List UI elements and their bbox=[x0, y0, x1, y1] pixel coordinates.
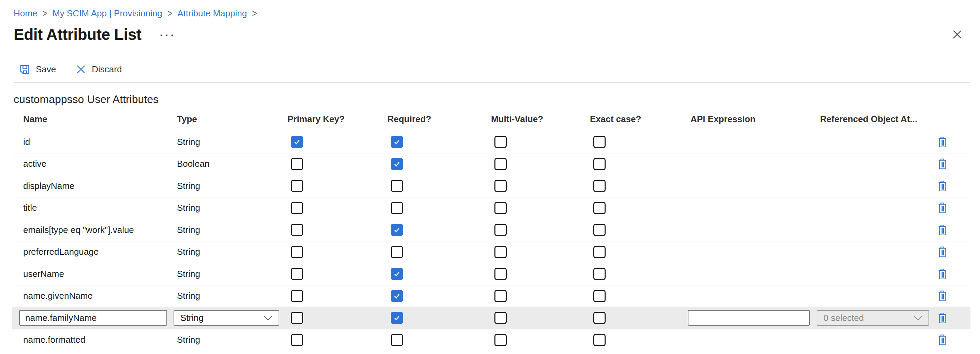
column-header-name: Name bbox=[12, 114, 177, 124]
exact-case-checkbox[interactable] bbox=[593, 312, 606, 324]
check-icon bbox=[393, 160, 401, 168]
delete-row-button[interactable] bbox=[937, 202, 948, 214]
multi-value-checkbox[interactable] bbox=[495, 334, 507, 346]
multi-value-checkbox[interactable] bbox=[495, 158, 507, 170]
required-checkbox[interactable] bbox=[391, 202, 403, 214]
referenced-object-dropdown[interactable]: 0 selected bbox=[817, 310, 929, 326]
trash-icon bbox=[938, 268, 947, 280]
column-header-api-expression: API Expression bbox=[690, 114, 820, 124]
exact-case-checkbox[interactable] bbox=[593, 158, 606, 170]
toolbar-divider bbox=[14, 82, 970, 83]
primary-key-checkbox[interactable] bbox=[291, 136, 303, 148]
primary-key-checkbox[interactable] bbox=[291, 268, 303, 280]
more-options-button[interactable]: ··· bbox=[159, 30, 178, 41]
breadcrumb-separator: > bbox=[252, 8, 257, 19]
column-header-required: Required? bbox=[387, 114, 491, 124]
required-checkbox[interactable] bbox=[391, 180, 403, 192]
multi-value-checkbox[interactable] bbox=[495, 180, 507, 192]
attribute-name: name.formatted bbox=[12, 335, 85, 345]
multi-value-checkbox[interactable] bbox=[495, 312, 507, 324]
primary-key-checkbox[interactable] bbox=[291, 158, 303, 170]
trash-icon bbox=[938, 225, 947, 236]
check-icon bbox=[393, 270, 401, 277]
delete-row-button[interactable] bbox=[937, 333, 948, 346]
multi-value-checkbox[interactable] bbox=[495, 290, 507, 302]
delete-row-button[interactable] bbox=[937, 246, 948, 258]
column-header-primary-key: Primary Key? bbox=[288, 114, 387, 124]
primary-key-checkbox[interactable] bbox=[291, 180, 303, 192]
multi-value-checkbox[interactable] bbox=[495, 246, 507, 258]
delete-row-button[interactable] bbox=[937, 290, 948, 302]
save-label: Save bbox=[36, 64, 56, 75]
primary-key-checkbox[interactable] bbox=[291, 246, 303, 258]
discard-x-icon bbox=[76, 64, 86, 75]
primary-key-checkbox[interactable] bbox=[291, 202, 303, 214]
exact-case-checkbox[interactable] bbox=[593, 224, 606, 236]
discard-button[interactable]: Discard bbox=[76, 64, 122, 75]
breadcrumb-attribute-mapping[interactable]: Attribute Mapping bbox=[177, 8, 247, 19]
trash-icon bbox=[938, 202, 947, 214]
close-button[interactable] bbox=[951, 28, 964, 41]
required-checkbox[interactable] bbox=[391, 268, 403, 280]
attribute-type: String bbox=[177, 225, 200, 235]
exact-case-checkbox[interactable] bbox=[593, 334, 606, 346]
primary-key-checkbox[interactable] bbox=[291, 224, 303, 236]
attribute-name: displayName bbox=[12, 181, 74, 191]
trash-icon bbox=[938, 180, 947, 192]
multi-value-checkbox[interactable] bbox=[495, 202, 507, 214]
delete-row-button[interactable] bbox=[937, 224, 948, 236]
delete-row-button[interactable] bbox=[937, 268, 948, 280]
required-checkbox[interactable] bbox=[391, 224, 403, 236]
column-header-exact-case: Exact case? bbox=[590, 114, 690, 124]
discard-label: Discard bbox=[92, 64, 122, 75]
primary-key-checkbox[interactable] bbox=[291, 290, 303, 302]
api-expression-input[interactable] bbox=[688, 310, 810, 326]
attribute-name-input[interactable] bbox=[19, 310, 167, 326]
attribute-name: preferredLanguage bbox=[12, 247, 99, 257]
chevron-down-icon bbox=[913, 316, 923, 321]
check-icon bbox=[393, 226, 401, 234]
multi-value-checkbox[interactable] bbox=[495, 268, 507, 280]
check-icon bbox=[293, 138, 301, 146]
page-title: Edit Attribute List bbox=[14, 25, 142, 44]
column-header-referenced-object: Referenced Object At... bbox=[820, 114, 931, 124]
table-header-row: Name Type Primary Key? Required? Multi-V… bbox=[12, 106, 970, 131]
check-icon bbox=[393, 138, 401, 146]
save-button[interactable]: Save bbox=[19, 64, 56, 75]
section-title: customappsso User Attributes bbox=[14, 93, 966, 106]
close-icon bbox=[952, 29, 962, 40]
required-checkbox[interactable] bbox=[391, 158, 403, 170]
multi-value-checkbox[interactable] bbox=[495, 136, 507, 148]
type-dropdown[interactable]: String bbox=[173, 310, 279, 326]
exact-case-checkbox[interactable] bbox=[593, 246, 606, 258]
save-icon bbox=[19, 64, 30, 75]
trash-icon bbox=[938, 313, 947, 324]
breadcrumb-home[interactable]: Home bbox=[14, 8, 37, 19]
breadcrumb-scim-app-provisioning[interactable]: My SCIM App | Provisioning bbox=[52, 8, 162, 19]
primary-key-checkbox[interactable] bbox=[291, 334, 303, 346]
table-row: name.formatted String String bbox=[12, 329, 970, 352]
multi-value-checkbox[interactable] bbox=[495, 224, 507, 236]
exact-case-checkbox[interactable] bbox=[593, 202, 606, 214]
exact-case-checkbox[interactable] bbox=[593, 290, 606, 302]
referenced-object-value: 0 selected bbox=[824, 313, 864, 323]
type-dropdown-value: String bbox=[180, 313, 204, 323]
primary-key-checkbox[interactable] bbox=[291, 312, 303, 324]
delete-row-button[interactable] bbox=[937, 180, 948, 192]
exact-case-checkbox[interactable] bbox=[593, 136, 606, 148]
delete-row-button[interactable] bbox=[937, 158, 948, 170]
chevron-down-icon bbox=[264, 316, 272, 321]
exact-case-checkbox[interactable] bbox=[593, 180, 606, 192]
required-checkbox[interactable] bbox=[391, 312, 403, 324]
table-row: active Boolean Boolean bbox=[12, 153, 970, 175]
required-checkbox[interactable] bbox=[391, 290, 403, 302]
required-checkbox[interactable] bbox=[391, 246, 403, 258]
table-row: emails[type eq "work"].value String Stri… bbox=[12, 219, 970, 241]
delete-row-button[interactable] bbox=[937, 312, 948, 324]
delete-row-button[interactable] bbox=[937, 136, 948, 148]
required-checkbox[interactable] bbox=[391, 334, 403, 346]
check-icon bbox=[393, 292, 401, 300]
exact-case-checkbox[interactable] bbox=[593, 268, 606, 280]
required-checkbox[interactable] bbox=[391, 136, 403, 148]
attribute-type: String bbox=[177, 290, 200, 301]
